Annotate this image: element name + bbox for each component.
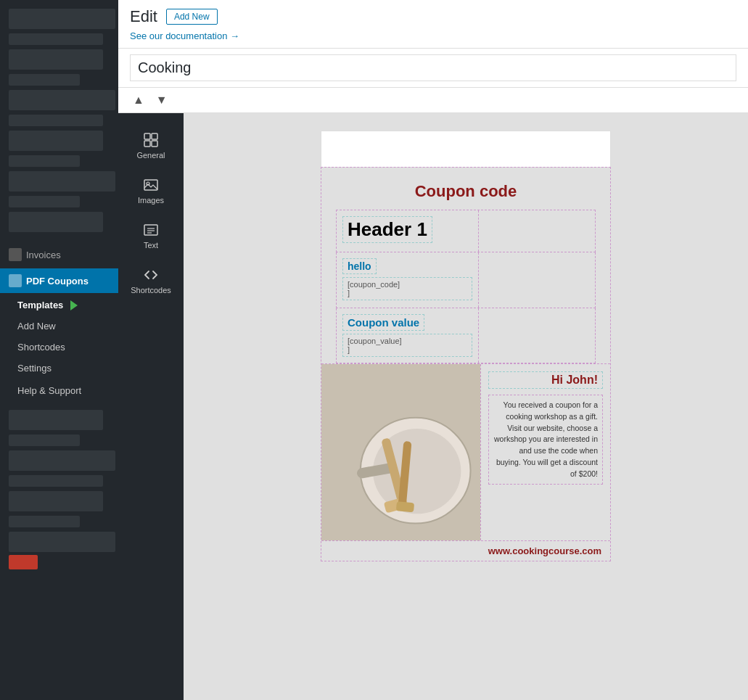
sidebar-submenu: Templates Add New Shortcodes Settings <box>0 293 118 380</box>
shortcodes-label: Shortcodes <box>131 286 171 295</box>
description-text: You received a coupon for a cooking work… <box>488 395 603 485</box>
template-name-input[interactable] <box>130 54 736 81</box>
templates-arrow-icon <box>70 300 78 310</box>
images-label: Images <box>138 196 164 205</box>
sidebar-blur-5 <box>9 90 115 110</box>
tools-panel: General Images <box>118 113 184 700</box>
tool-text[interactable]: Text <box>122 215 180 257</box>
sidebar-blur-8 <box>9 155 80 167</box>
sidebar-item-shortcodes[interactable]: Shortcodes <box>0 337 118 358</box>
pdf-top: Coupon code Header 1 <box>321 168 610 363</box>
coupon-value-value: [coupon_value] <box>348 337 402 345</box>
add-new-button[interactable]: Add New <box>166 9 218 25</box>
pdf-footer: www.cookingcourse.com <box>321 540 610 561</box>
settings-label: Settings <box>17 363 52 374</box>
hello-text: hello <box>342 258 377 274</box>
pdf-white-top <box>321 131 611 167</box>
sidebar-blur-6 <box>9 115 103 126</box>
shortcodes-label: Shortcodes <box>17 342 65 353</box>
invoices-label: Invoices <box>26 250 61 260</box>
sidebar-blur-b2 <box>9 435 80 446</box>
coupon-code-field: [coupon_code] ] <box>342 277 472 300</box>
page-title: Edit <box>130 7 157 26</box>
pdf-content: Coupon code Header 1 <box>321 168 610 561</box>
sidebar-section-invoices: Invoices <box>0 241 118 268</box>
canvas-area[interactable]: Coupon code Header 1 <box>184 113 748 700</box>
pdf-row-1: Header 1 <box>336 210 596 252</box>
text-label: Text <box>144 241 158 250</box>
pdf-col-right-1 <box>479 210 595 252</box>
pdf-col-left-3: Coupon value [coupon_value] ] <box>337 308 479 363</box>
sidebar-blur-b6 <box>9 516 80 527</box>
footer-url: www.cookingcourse.com <box>488 545 601 556</box>
sidebar-item-pdf-coupons[interactable]: PDF Coupons <box>0 268 118 293</box>
add-new-label: Add New <box>17 321 56 332</box>
pdf-row-3: Coupon value [coupon_value] ] <box>336 308 596 363</box>
general-label: General <box>136 151 165 160</box>
pdf-col-left-1: Header 1 <box>337 210 479 252</box>
tool-images[interactable]: Images <box>122 170 180 212</box>
sidebar-blur-4 <box>9 74 80 86</box>
sidebar-item-templates[interactable]: Templates <box>0 295 118 316</box>
sidebar: Invoices PDF Coupons Templates Add New S… <box>0 0 118 700</box>
images-icon <box>143 177 159 193</box>
order-up-button[interactable]: ▲ <box>130 92 147 108</box>
sidebar-blur-b7 <box>9 532 115 552</box>
pdf-col-left-2: hello [coupon_code] ] <box>337 252 479 308</box>
general-icon <box>143 132 159 148</box>
hi-john-text: Hi John! <box>488 371 603 389</box>
pdf-image-col <box>321 364 480 540</box>
shortcodes-icon <box>143 267 159 283</box>
order-down-button[interactable]: ▼ <box>153 92 170 108</box>
svg-rect-1 <box>152 133 157 139</box>
coupon-code-value: [coupon_code] <box>348 280 400 289</box>
help-support-label: Help & Support <box>17 385 81 396</box>
svg-rect-17 <box>396 501 414 512</box>
description-content: You received a coupon for a cooking work… <box>494 400 598 478</box>
tool-general[interactable]: General <box>122 125 180 167</box>
header1-text: Header 1 <box>342 216 432 243</box>
coupon-value-bracket: ] <box>348 345 350 354</box>
sidebar-blur-7 <box>9 131 103 151</box>
sidebar-red-block <box>9 555 38 569</box>
tool-shortcodes[interactable]: Shortcodes <box>122 260 180 302</box>
sidebar-top-items <box>0 0 118 241</box>
svg-rect-3 <box>152 141 157 147</box>
pan-illustration-svg <box>321 364 480 540</box>
coupon-value-label: Coupon value <box>342 314 424 331</box>
sidebar-item-add-new[interactable]: Add New <box>0 316 118 337</box>
sidebar-blur-9 <box>9 171 115 192</box>
coupon-code-bracket: ] <box>348 289 350 297</box>
sidebar-bottom-blur <box>0 407 118 700</box>
main-content: Edit Add New See our documentation → ▲ ▼ <box>118 0 748 700</box>
order-controls: ▲ ▼ <box>118 88 748 113</box>
editor-area: General Images <box>118 113 748 700</box>
templates-label: Templates <box>17 300 63 310</box>
pdf-text-col: Hi John! You received a coupon for a coo… <box>480 364 610 540</box>
sidebar-item-settings[interactable]: Settings <box>0 358 118 379</box>
top-bar: Edit Add New See our documentation → <box>118 0 748 49</box>
sidebar-item-invoices[interactable]: Invoices <box>0 244 118 265</box>
sidebar-blur-3 <box>9 49 103 70</box>
template-name-row <box>118 49 748 88</box>
coupon-title: Coupon code <box>336 182 596 201</box>
sidebar-blur-11 <box>9 212 103 232</box>
pdf-coupons-icon <box>9 274 22 287</box>
pdf-coupons-label: PDF Coupons <box>26 276 89 287</box>
sidebar-blur-10 <box>9 196 80 207</box>
text-icon <box>143 222 159 238</box>
sidebar-blur-b1 <box>9 410 103 430</box>
sidebar-blur-b3 <box>9 450 115 471</box>
svg-rect-0 <box>144 133 150 139</box>
sidebar-blur-1 <box>9 9 115 29</box>
pdf-row-2: hello [coupon_code] ] <box>336 252 596 308</box>
svg-rect-2 <box>144 141 150 147</box>
sidebar-blur-b5 <box>9 491 103 511</box>
sidebar-blur-b4 <box>9 475 103 487</box>
sidebar-item-help-support[interactable]: Help & Support <box>0 380 118 401</box>
pdf-bottom: Hi John! You received a coupon for a coo… <box>321 363 610 540</box>
pdf-col-right-3 <box>479 308 595 363</box>
svg-rect-6 <box>144 225 157 235</box>
coupon-value-field: [coupon_value] ] <box>342 334 472 357</box>
documentation-link[interactable]: See our documentation → <box>130 30 239 41</box>
